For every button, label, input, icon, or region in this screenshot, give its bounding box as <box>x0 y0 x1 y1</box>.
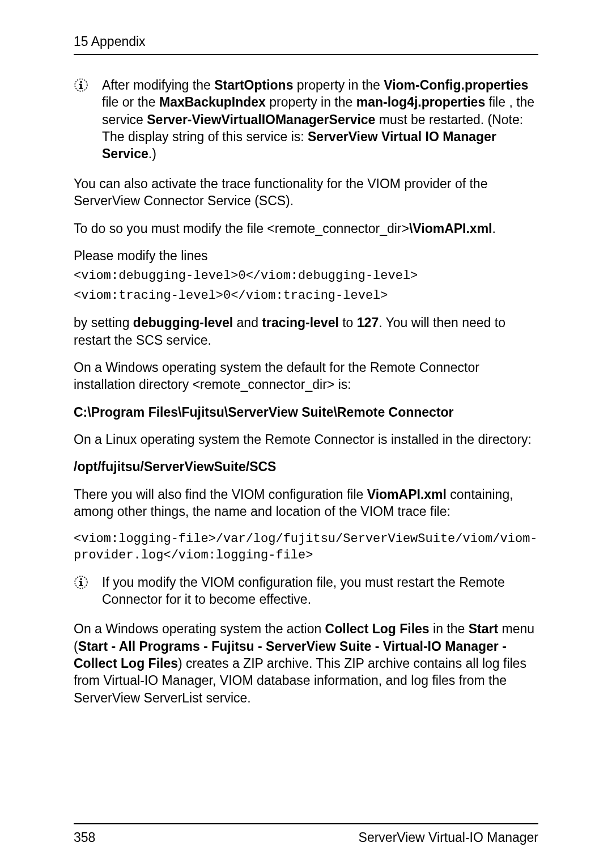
page-footer: 358 ServerView Virtual-IO Manager <box>74 823 538 845</box>
svg-point-1 <box>80 81 82 83</box>
paragraph: To do so you must modify the file <remot… <box>74 220 538 237</box>
footer-title: ServerView Virtual-IO Manager <box>359 830 538 845</box>
paragraph: You can also activate the trace function… <box>74 175 538 210</box>
svg-rect-4 <box>79 84 81 85</box>
paragraph: On a Linux operating system the Remote C… <box>74 431 538 448</box>
path-windows: C:\Program Files\Fujitsu\ServerView Suit… <box>74 404 538 421</box>
info-note-1-text: After modifying the StartOptions propert… <box>102 77 538 163</box>
info-icon <box>74 574 102 594</box>
paragraph: Please modify the lines <box>74 247 538 264</box>
header-title: 15 Appendix <box>74 34 146 49</box>
svg-point-6 <box>80 578 82 579</box>
paragraph: On a Windows operating system the action… <box>74 620 538 706</box>
path-linux: /opt/fujitsu/ServerViewSuite/SCS <box>74 458 538 475</box>
svg-rect-9 <box>79 581 81 582</box>
info-note-2: If you modify the VIOM configuration fil… <box>74 574 538 608</box>
page-content: After modifying the StartOptions propert… <box>74 77 538 806</box>
page-header: 15 Appendix <box>74 34 538 55</box>
code-line: <viom:logging-file>/var/log/fujitsu/Serv… <box>74 531 538 564</box>
paragraph: On a Windows operating system the defaul… <box>74 359 538 393</box>
paragraph: by setting debugging-level and tracing-l… <box>74 314 538 349</box>
page-number: 358 <box>74 830 95 845</box>
info-note-2-text: If you modify the VIOM configuration fil… <box>102 574 538 608</box>
paragraph: There you will also find the VIOM config… <box>74 486 538 520</box>
svg-rect-3 <box>79 88 83 89</box>
code-line: <viom:debugging-level>0</viom:debugging-… <box>74 268 538 284</box>
info-icon <box>74 77 102 96</box>
code-line: <viom:tracing-level>0</viom:tracing-leve… <box>74 287 538 304</box>
svg-rect-8 <box>79 585 83 586</box>
info-note-1: After modifying the StartOptions propert… <box>74 77 538 163</box>
